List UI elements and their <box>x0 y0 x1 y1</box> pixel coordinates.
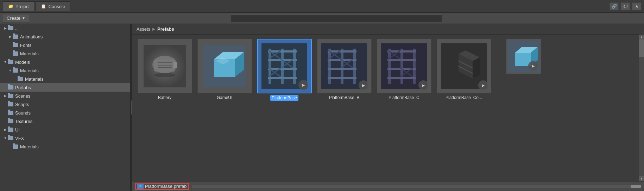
svg-point-7 <box>154 73 175 77</box>
asset-thumb-battery <box>138 39 192 93</box>
breadcrumb-assets[interactable]: Assets <box>137 26 150 32</box>
asset-label-gameui: GameUI <box>217 95 233 100</box>
sidebar-label-sounds: Sounds <box>15 110 31 116</box>
sidebar-item-scripts[interactable]: Scripts <box>0 100 130 109</box>
play-button-platformbase[interactable]: ▶ <box>298 80 308 90</box>
sidebar-item-ui[interactable]: ▶ UI <box>0 125 130 134</box>
asset-thumb-gameui <box>197 39 252 93</box>
battery-svg <box>144 45 186 87</box>
collab-button[interactable]: 🔗 <box>610 2 619 10</box>
play-button-platformbase-c[interactable]: ▶ <box>418 80 428 90</box>
folder-icon <box>13 35 18 39</box>
breadcrumb: Assets ▶ Prefabs <box>132 24 644 35</box>
sidebar-item-fonts[interactable]: Fonts <box>0 41 130 49</box>
asset-label-platformbase: PlatformBase <box>270 95 298 101</box>
tab-console[interactable]: 📋 Console <box>36 1 70 11</box>
asset-item-platformbase[interactable]: ▶ PlatformBase <box>256 39 312 101</box>
sidebar: ▶ ... ▶ Animations Fonts Materials ▼ Mod… <box>0 24 130 191</box>
tab-project[interactable]: 📁 Project <box>3 1 35 11</box>
svg-rect-3 <box>173 62 177 68</box>
play-button-platformbase-b[interactable]: ▶ <box>359 80 368 90</box>
search-input[interactable] <box>231 14 442 22</box>
main-layout: ▶ ... ▶ Animations Fonts Materials ▼ Mod… <box>0 24 644 191</box>
sidebar-label-scripts: Scripts <box>15 102 29 107</box>
sidebar-label-ui: UI <box>15 127 20 133</box>
asset-label-platformbase-c: PlatformBase_C <box>389 95 419 100</box>
svg-rect-44 <box>387 59 416 61</box>
sidebar-label-textures: Textures <box>15 119 32 124</box>
title-bar: 📁 Project 📋 Console 🔗 🏷 ★ <box>0 0 644 13</box>
sidebar-item-models[interactable]: ▼ Models <box>0 58 130 66</box>
folder-icon <box>13 68 18 73</box>
scroll-thumb[interactable] <box>639 39 644 57</box>
search-wrapper: 🔍 <box>231 14 442 22</box>
folder-icon <box>8 85 13 90</box>
sidebar-item-models-parent[interactable]: ▶ ... <box>0 24 130 32</box>
favorite-button[interactable]: ★ <box>632 2 641 10</box>
sidebar-item-textures[interactable]: Textures <box>0 117 130 125</box>
sidebar-label-animations: Animations <box>20 34 43 39</box>
asset-label-battery: Battery <box>158 95 171 100</box>
folder-icon <box>13 144 18 149</box>
sidebar-item-sounds[interactable]: Sounds <box>0 109 130 117</box>
sidebar-label-models-materials: Materials <box>20 68 39 73</box>
play-button-gameui2[interactable]: ▶ <box>528 61 538 71</box>
scroll-track <box>639 39 644 176</box>
prefab-small-icon <box>137 184 144 189</box>
asset-thumb-gameui2: ▶ <box>506 39 541 74</box>
sidebar-label-materials-top: Materials <box>20 51 39 56</box>
asset-item-platformbase-c[interactable]: ▶ PlatformBase_C <box>376 39 432 101</box>
scroll-up-button[interactable]: ▲ <box>639 35 644 39</box>
breadcrumb-separator: ▶ <box>152 27 155 31</box>
sidebar-item-vfx-materials[interactable]: Materials <box>0 142 130 151</box>
asset-item-battery[interactable]: Battery <box>137 39 193 101</box>
svg-marker-54 <box>473 57 480 79</box>
collapse-arrow: ▶ <box>3 93 8 98</box>
sidebar-item-models-materials-sub[interactable]: Materials <box>0 75 130 83</box>
asset-label-platformbase-co: PlatformBase_Co... <box>446 95 482 100</box>
asset-item-gameui2[interactable]: ▶ <box>495 39 552 101</box>
asset-item-platformbase-co[interactable]: ▶ PlatformBase_Co... <box>436 39 492 101</box>
sidebar-item-scenes[interactable]: ▶ Scenes <box>0 92 130 100</box>
sidebar-label-prefabs: Prefabs <box>15 85 31 90</box>
svg-rect-46 <box>387 77 416 79</box>
breadcrumb-prefabs[interactable]: Prefabs <box>157 26 174 32</box>
play-button-platformbase-co[interactable]: ▶ <box>478 80 488 90</box>
title-bar-actions: 🔗 🏷 ★ <box>610 2 641 10</box>
content-area: Assets ▶ Prefabs <box>132 24 644 191</box>
create-arrow: ▼ <box>22 16 25 20</box>
svg-rect-34 <box>328 77 356 79</box>
folder-icon <box>8 60 13 64</box>
console-icon: 📋 <box>41 4 46 9</box>
asset-thumb-platformbase-b: ▶ <box>317 39 372 93</box>
gameui-svg <box>203 45 246 87</box>
h-scroll-thumb[interactable] <box>631 185 641 188</box>
folder-icon <box>8 136 13 140</box>
sidebar-item-vfx[interactable]: ▼ VFX <box>0 134 130 142</box>
asset-item-gameui[interactable]: GameUI <box>196 39 253 101</box>
asset-thumb-platformbase-co: ▶ <box>437 39 491 93</box>
folder-icon <box>8 111 13 115</box>
folder-icon <box>18 77 23 81</box>
collapse-arrow: ▶ <box>8 34 13 39</box>
sidebar-label-fonts: Fonts <box>20 43 32 48</box>
sidebar-item-materials-top[interactable]: Materials <box>0 49 130 58</box>
sidebar-item-models-materials[interactable]: ▼ Materials <box>0 66 130 75</box>
create-label: Create <box>7 16 20 21</box>
collapse-arrow: ▼ <box>3 60 8 64</box>
sidebar-item-animations[interactable]: ▶ Animations <box>0 32 130 41</box>
tag-button[interactable]: 🏷 <box>621 2 630 10</box>
asset-grid-wrapper: Battery <box>132 35 644 181</box>
sidebar-item-prefabs[interactable]: Prefabs <box>0 83 130 92</box>
asset-thumb-platformbase-c: ▶ <box>377 39 431 93</box>
horizontal-scrollbar <box>192 184 641 189</box>
svg-marker-61 <box>138 185 143 187</box>
scroll-down-button[interactable]: ▼ <box>639 176 644 181</box>
create-button[interactable]: Create ▼ <box>3 14 29 23</box>
bottom-filename: PlatformBase.prefab <box>145 184 187 189</box>
asset-item-platformbase-b[interactable]: ▶ PlatformBase_B <box>316 39 372 101</box>
toolbar: Create ▼ 🔍 <box>0 13 644 24</box>
svg-rect-19 <box>268 68 297 70</box>
asset-thumb-platformbase: ▶ <box>257 39 312 93</box>
svg-rect-20 <box>268 77 297 79</box>
